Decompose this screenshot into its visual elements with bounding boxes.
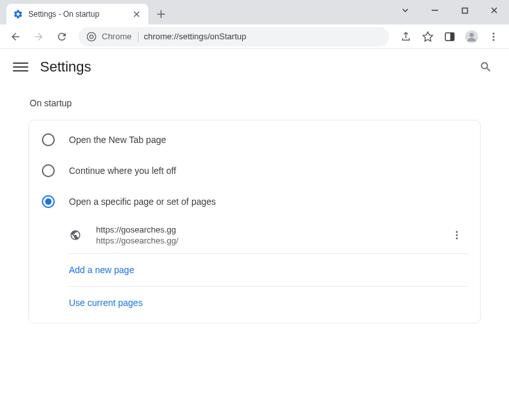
radio-open-new-tab[interactable]: Open the New Tab page (29, 124, 480, 155)
omnibox-prefix-label: Chrome (102, 32, 131, 41)
radio-specific-pages[interactable]: Open a specific page or set of pages (29, 186, 480, 217)
omnibox-prefix: Chrome (86, 32, 139, 42)
menu-icon[interactable] (483, 26, 504, 47)
use-current-pages-link[interactable]: Use current pages (69, 298, 142, 308)
window-controls (390, 0, 509, 21)
hamburger-icon[interactable] (13, 59, 28, 75)
svg-rect-0 (462, 8, 467, 13)
gear-icon (13, 9, 23, 19)
bookmark-icon[interactable] (418, 26, 438, 47)
startup-card: Open the New Tab page Continue where you… (28, 120, 481, 323)
radio-continue[interactable]: Continue where you left off (29, 155, 480, 186)
titlebar: Settings - On startup (0, 0, 509, 24)
page-entry-url: https://gosearches.gg/ (96, 236, 432, 245)
reload-button[interactable] (52, 26, 72, 47)
omnibox[interactable]: Chrome chrome://settings/onStartup (79, 27, 389, 46)
settings-header: Settings (0, 49, 509, 85)
minimize-button[interactable] (420, 0, 450, 21)
startup-page-entry: https://gosearches.gg https://gosearches… (29, 217, 480, 253)
dropdown-icon[interactable] (390, 0, 420, 21)
content: On startup Open the New Tab page Continu… (0, 85, 509, 336)
page-entry-title: https://gosearches.gg (96, 225, 432, 234)
svg-point-6 (470, 33, 474, 37)
radio-icon (42, 164, 55, 177)
svg-point-11 (456, 234, 458, 236)
toolbar: Chrome chrome://settings/onStartup (0, 24, 509, 49)
svg-point-12 (456, 238, 458, 240)
page-entry-menu-icon[interactable] (447, 225, 467, 245)
close-icon[interactable] (131, 9, 142, 19)
chrome-icon (86, 32, 97, 42)
svg-point-9 (493, 39, 495, 41)
globe-icon (69, 229, 82, 242)
omnibox-url: chrome://settings/onStartup (144, 32, 246, 41)
maximize-button[interactable] (450, 0, 479, 21)
svg-point-1 (87, 32, 95, 41)
page-title: Settings (40, 59, 464, 75)
window-close-button[interactable] (479, 0, 509, 21)
add-new-page-link[interactable]: Add a new page (69, 265, 134, 275)
search-icon[interactable] (475, 57, 496, 77)
share-icon[interactable] (396, 26, 416, 47)
sidepanel-icon[interactable] (439, 26, 460, 47)
tab-title: Settings - On startup (28, 10, 126, 19)
new-tab-button[interactable] (152, 5, 170, 23)
section-title: On startup (28, 98, 481, 108)
radio-label: Open the New Tab page (69, 135, 166, 145)
browser-tab[interactable]: Settings - On startup (6, 4, 148, 24)
radio-label: Open a specific page or set of pages (69, 196, 216, 207)
forward-button[interactable] (28, 26, 49, 47)
svg-point-10 (456, 231, 458, 233)
profile-icon[interactable] (461, 26, 482, 47)
svg-rect-4 (450, 33, 454, 41)
svg-point-8 (493, 35, 495, 37)
svg-point-2 (90, 35, 93, 38)
radio-icon (42, 133, 55, 146)
svg-point-7 (493, 32, 495, 34)
radio-icon (42, 195, 55, 208)
back-button[interactable] (5, 26, 26, 47)
radio-label: Continue where you left off (69, 166, 176, 176)
